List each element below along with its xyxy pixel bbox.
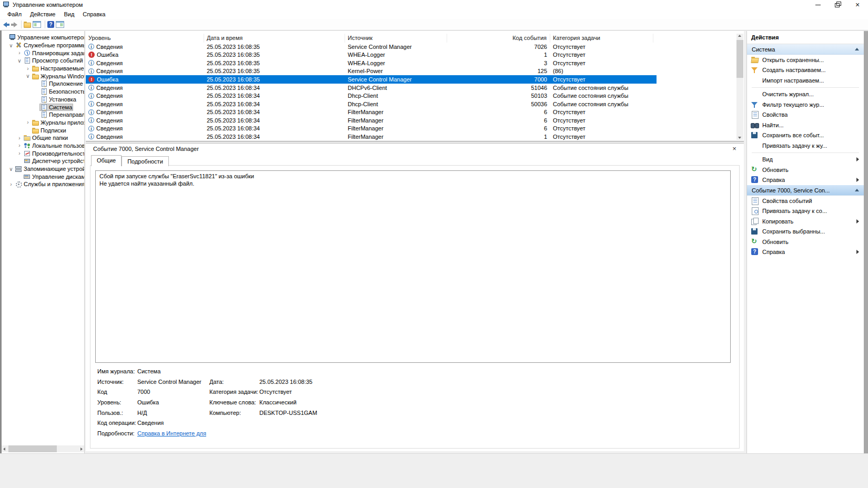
tree-item-body[interactable]: Диспетчер устройств	[23, 157, 84, 165]
tree-item[interactable]: ∨Журналы Windows	[2, 72, 84, 80]
tree-item[interactable]: ›Настраиваемые пр	[2, 65, 84, 73]
forward-icon[interactable]	[11, 20, 17, 29]
action-item[interactable]: Создать настраиваем...	[747, 65, 864, 76]
scroll-up-icon[interactable]	[738, 35, 741, 37]
expander-collapsed-icon[interactable]: ›	[16, 135, 23, 141]
tree-item[interactable]: Управление дисками	[2, 172, 84, 180]
expander-collapsed-icon[interactable]: ›	[25, 119, 31, 125]
expander-collapsed-icon[interactable]: ›	[16, 150, 23, 156]
action-item[interactable]: Справка	[747, 247, 864, 258]
action-item[interactable]: Свойства событий	[747, 196, 864, 206]
event-list-scrollbar[interactable]	[736, 34, 743, 140]
help-icon[interactable]: ?	[47, 20, 54, 29]
tree-item-body[interactable]: Приложение	[39, 80, 84, 87]
menu-help[interactable]: Справка	[78, 9, 109, 19]
tree-item-body[interactable]: Службы и приложения	[14, 180, 84, 188]
tree-item[interactable]: ›Журналы приложе	[2, 119, 84, 127]
tree-item[interactable]: Приложение	[2, 80, 84, 88]
table-row[interactable]: Сведения25.05.2023 16:08:35WHEA-Logger3О…	[86, 59, 657, 67]
close-button[interactable]	[848, 0, 868, 9]
tab-details[interactable]: Подробности	[122, 156, 169, 166]
tree-item[interactable]: ∨Просмотр событий	[2, 57, 84, 65]
table-row[interactable]: Сведения25.05.2023 16:08:34Dhcp-Client50…	[86, 92, 657, 100]
expander-expanded-icon[interactable]: ∨	[8, 166, 14, 172]
tree-item-body[interactable]: Просмотр событий	[23, 57, 84, 64]
column-header-datetime[interactable]: Дата и время	[204, 34, 345, 43]
tree-item-body[interactable]: Система	[39, 104, 73, 111]
scrollbar-thumb[interactable]	[864, 31, 868, 453]
action-item[interactable]: Сохранить выбранны...	[747, 227, 864, 237]
close-detail-icon[interactable]	[730, 145, 739, 153]
tree-item-body[interactable]: Управление дисками	[23, 173, 84, 180]
action-item[interactable]: Импорт настраиваем...	[747, 75, 864, 86]
tree-item[interactable]: ›Общие папки	[2, 134, 84, 142]
action-item[interactable]: Открыть сохраненны...	[747, 55, 864, 65]
table-row[interactable]: Ошибка25.05.2023 16:08:35Service Control…	[86, 75, 657, 84]
action-item[interactable]: Фильтр текущего жур...	[747, 99, 864, 110]
table-row[interactable]: Сведения25.05.2023 16:08:34DHCPv6-Client…	[86, 84, 657, 92]
column-header-source[interactable]: Источник	[345, 34, 447, 43]
expander-expanded-icon[interactable]: ∨	[8, 43, 14, 48]
minimize-button[interactable]	[808, 0, 828, 9]
scroll-down-icon[interactable]	[738, 137, 741, 139]
action-item[interactable]: Сохранить все событ...	[747, 130, 864, 141]
table-row[interactable]: Сведения25.05.2023 16:08:34FilterManager…	[86, 116, 657, 125]
tree-item-body[interactable]: Локальные пользоват	[23, 142, 84, 149]
action-item[interactable]: Найти...	[747, 120, 864, 130]
menu-view[interactable]: Вид	[59, 9, 78, 19]
action-item[interactable]: Справка	[747, 175, 864, 186]
scroll-left-icon[interactable]	[2, 445, 7, 452]
collapse-icon[interactable]	[855, 189, 859, 191]
tree-item-body[interactable]: Общие папки	[23, 134, 69, 141]
tree-item[interactable]: ›Производительность	[2, 149, 84, 157]
column-header-task-category[interactable]: Категория задачи	[550, 34, 653, 43]
tree-item[interactable]: ∨Запоминающие устройст	[2, 165, 84, 173]
show-console-tree-icon[interactable]	[33, 20, 41, 29]
action-item[interactable]: Обновить	[747, 237, 864, 247]
expander-expanded-icon[interactable]: ∨	[16, 58, 23, 64]
tree-item[interactable]: ∨Служебные программы	[2, 42, 84, 49]
tree-item-body[interactable]: Планировщик заданий	[23, 49, 84, 57]
table-row[interactable]: Сведения25.05.2023 16:08:34FilterManager…	[86, 108, 657, 116]
tree-item[interactable]: ›Локальные пользоват	[2, 142, 84, 150]
tree-item[interactable]: Установка	[2, 96, 84, 104]
action-item[interactable]: Вид	[747, 155, 864, 165]
table-row[interactable]: Сведения25.05.2023 16:08:34FilterManager…	[86, 133, 657, 141]
action-item[interactable]: Привязать задачу к жу...	[747, 140, 864, 151]
tree-item[interactable]: Управление компьютером (л	[2, 34, 84, 42]
export-list-icon[interactable]	[24, 20, 31, 29]
menu-action[interactable]: Действие	[26, 9, 59, 19]
tree-item-body[interactable]: Журналы Windows	[31, 73, 84, 80]
action-item[interactable]: Обновить	[747, 165, 864, 175]
table-row[interactable]: Сведения25.05.2023 16:08:34FilterManager…	[86, 124, 657, 133]
online-help-link[interactable]: Справка в Интернете для	[137, 430, 206, 439]
tree-item-body[interactable]: Перенаправлен	[39, 111, 84, 118]
expander-expanded-icon[interactable]: ∨	[25, 73, 31, 79]
action-group-header[interactable]: Система	[747, 44, 864, 55]
menu-file[interactable]: Файл	[3, 9, 26, 19]
restore-button[interactable]	[828, 0, 848, 9]
table-row[interactable]: Сведения25.05.2023 16:08:34Dhcp-Client50…	[86, 100, 657, 108]
tree-item-body[interactable]: Запоминающие устройст	[14, 165, 84, 172]
tree-item-body[interactable]: Установка	[39, 96, 77, 103]
tree-item-body[interactable]: Управление компьютером (л	[8, 34, 84, 41]
tree-item-body[interactable]: Настраиваемые пр	[31, 65, 84, 72]
back-icon[interactable]	[3, 20, 9, 29]
tree-item-body[interactable]: Подписки	[31, 127, 67, 134]
tree-item-body[interactable]: Производительность	[23, 150, 84, 157]
column-header-level[interactable]: Уровень	[86, 34, 204, 43]
tree-item[interactable]: ›Планировщик заданий	[2, 49, 84, 57]
table-row[interactable]: Сведения25.05.2023 16:08:35Service Contr…	[86, 43, 657, 51]
tree-item[interactable]: Безопасность	[2, 88, 84, 96]
collapse-icon[interactable]	[855, 48, 859, 50]
expander-collapsed-icon[interactable]: ›	[16, 143, 23, 148]
scrollbar-thumb[interactable]	[736, 40, 743, 78]
tree-item-body[interactable]: Журналы приложе	[31, 119, 84, 126]
scrollbar-thumb[interactable]	[8, 445, 57, 452]
tree-item[interactable]: Подписки	[2, 126, 84, 134]
table-row[interactable]: Ошибка25.05.2023 16:08:35WHEA-Logger1Отс…	[86, 51, 657, 59]
expander-collapsed-icon[interactable]: ›	[25, 66, 31, 72]
tab-general[interactable]: Общие	[91, 155, 122, 166]
tree-item[interactable]: ›Службы и приложения	[2, 180, 84, 188]
expander-collapsed-icon[interactable]: ›	[8, 181, 14, 187]
